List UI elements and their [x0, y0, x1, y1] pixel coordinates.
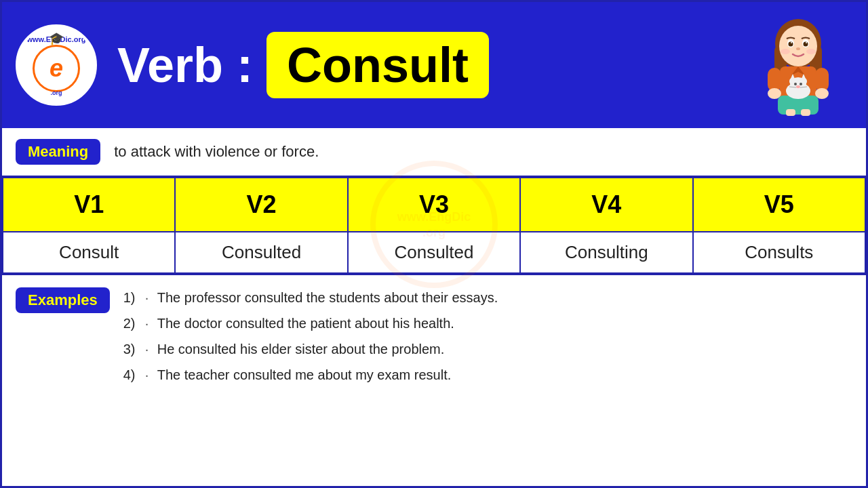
table-data-row: Consult Consulted Consulted Consulting C…: [3, 232, 865, 273]
svg-point-10: [796, 47, 800, 50]
svg-point-9: [806, 42, 807, 43]
svg-point-8: [791, 42, 792, 43]
character-illustration: [744, 14, 852, 116]
example-text-2: The doctor consulted the patient about h…: [157, 312, 498, 335]
svg-point-24: [802, 78, 807, 85]
col-header-v1: V1: [3, 178, 175, 232]
example-item-2: 2) · The doctor consulted the patient ab…: [123, 312, 498, 335]
examples-badge: Examples: [16, 287, 110, 313]
examples-list: 1) · The professor consulted the student…: [123, 286, 498, 389]
logo-letter: e: [50, 54, 63, 83]
meaning-row: Meaning to attack with violence or force…: [2, 128, 866, 177]
example-item-1: 1) · The professor consulted the student…: [123, 286, 498, 309]
svg-point-16: [768, 88, 781, 99]
example-text-4: The teacher consulted me about my exam r…: [157, 363, 498, 386]
header-title: Verb : Consult: [97, 32, 744, 98]
col-header-v2: V2: [175, 178, 347, 232]
example-item-4: 4) · The teacher consulted me about my e…: [123, 363, 498, 386]
example-num-3: 3): [123, 338, 145, 361]
verb-word-box: Consult: [267, 32, 489, 98]
svg-point-11: [781, 49, 790, 54]
example-num-2: 2): [123, 312, 145, 335]
cell-v2: Consulted: [175, 232, 347, 273]
examples-row: Examples 1) · The professor consulted th…: [2, 274, 866, 486]
svg-point-29: [796, 85, 800, 88]
svg-point-7: [804, 42, 808, 47]
svg-point-27: [794, 83, 797, 85]
cell-v5: Consults: [693, 232, 865, 273]
svg-point-17: [815, 88, 829, 99]
example-text-1: The professor consulted the students abo…: [157, 286, 498, 309]
example-num-4: 4): [123, 363, 145, 386]
example-num-1: 1): [123, 286, 145, 309]
girl-svg: [754, 18, 842, 116]
page-container: www.EngDic.org 🎓 e .org Verb : Consult: [0, 0, 868, 488]
col-header-v5: V5: [693, 178, 865, 232]
example-item-3: 3) · He consulted his elder sister about…: [123, 338, 498, 361]
svg-point-3: [779, 26, 817, 66]
cell-v3: Consulted: [348, 232, 520, 273]
meaning-badge: Meaning: [16, 139, 100, 165]
cell-v4: Consulting: [520, 232, 692, 273]
logo-inner: e: [33, 45, 80, 92]
verb-word: Consult: [287, 38, 469, 92]
example-text-3: He consulted his elder sister about the …: [157, 338, 498, 361]
svg-rect-14: [768, 68, 781, 92]
table-section: www.EngDic .org V1 V2 V3 V4 V5 Consult C…: [2, 177, 866, 274]
col-header-v3: V3: [348, 178, 520, 232]
verb-label: Verb :: [117, 37, 253, 93]
meaning-text: to attack with violence or force.: [114, 143, 319, 161]
svg-point-6: [789, 42, 793, 47]
table-header-row: V1 V2 V3 V4 V5: [3, 178, 865, 232]
svg-point-28: [800, 83, 802, 85]
logo: www.EngDic.org 🎓 e .org: [16, 24, 97, 106]
verb-table: V1 V2 V3 V4 V5 Consult Consulted Consult…: [2, 177, 866, 274]
col-header-v4: V4: [520, 178, 692, 232]
svg-point-23: [789, 78, 795, 85]
svg-rect-20: [801, 109, 810, 116]
svg-rect-15: [815, 68, 829, 92]
svg-rect-19: [786, 109, 795, 116]
cell-v1: Consult: [3, 232, 175, 273]
svg-point-12: [806, 49, 816, 54]
header: www.EngDic.org 🎓 e .org Verb : Consult: [2, 2, 866, 128]
